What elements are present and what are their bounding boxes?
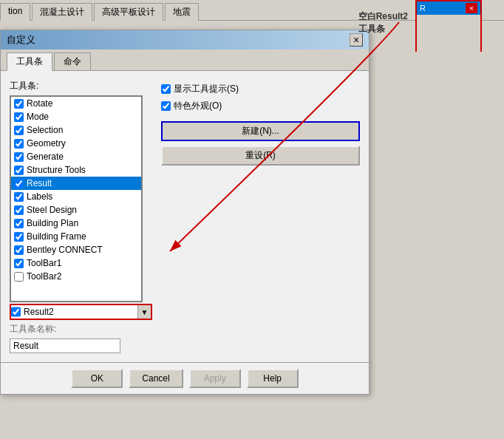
list-item-label: Labels [27, 191, 52, 202]
mini-window-title-text: R [420, 4, 426, 13]
list-item-label: Mode [27, 112, 49, 122]
dialog-title-text: 自定义 [7, 33, 35, 47]
combo-row: ▼ [10, 304, 152, 320]
list-item-checkbox[interactable] [14, 152, 24, 162]
list-item-label: ToolBar2 [27, 271, 61, 282]
list-item-label: Bentley CONNECT [27, 245, 103, 255]
list-item-label: ToolBar1 [27, 258, 61, 268]
tab-tion[interactable]: tion [0, 3, 30, 21]
list-item-label: Generate [27, 152, 64, 162]
toolbar-listbox[interactable]: RotateModeSelectionGeometryGenerateStruc… [10, 95, 143, 302]
show-tooltip-row: 显示工具提示(S) [161, 83, 360, 95]
list-item-label: Structure Tools [27, 165, 86, 175]
mini-window-body [417, 15, 480, 52]
cancel-button[interactable]: Cancel [129, 369, 183, 388]
help-button[interactable]: Help [247, 369, 299, 388]
tab-toolbar[interactable]: 工具条 [7, 52, 52, 71]
list-item-checkbox[interactable] [14, 112, 24, 122]
list-panel: 工具条: RotateModeSelectionGeometryGenerate… [10, 80, 152, 353]
dialog-close-button[interactable]: × [350, 33, 363, 47]
list-item[interactable]: ToolBar1 [11, 256, 141, 270]
list-item[interactable]: Result [11, 177, 141, 190]
list-item-checkbox[interactable] [14, 205, 24, 215]
list-item-checkbox[interactable] [14, 245, 24, 255]
show-tooltip-label: 显示工具提示(S) [174, 83, 239, 95]
mini-window-titlebar: R × [417, 1, 480, 15]
list-item[interactable]: Building Frame [11, 230, 141, 243]
list-item-label: Result [27, 178, 52, 188]
dialog-titlebar: 自定义 × [1, 30, 369, 50]
special-appearance-checkbox[interactable] [161, 101, 171, 111]
list-item[interactable]: ToolBar2 [11, 270, 141, 283]
list-item-label: Selection [27, 125, 63, 135]
ok-button[interactable]: OK [71, 369, 123, 388]
list-item-checkbox[interactable] [14, 259, 24, 268]
tab-concrete[interactable]: 混凝土设计 [32, 3, 92, 21]
combo-input[interactable] [21, 305, 137, 319]
list-item-checkbox[interactable] [14, 166, 24, 175]
new-button[interactable]: 新建(N)... [161, 121, 360, 141]
show-tooltip-checkbox[interactable] [161, 84, 171, 94]
result2-checkbox[interactable] [11, 305, 21, 319]
list-item-checkbox[interactable] [14, 219, 24, 228]
list-item[interactable]: Bentley CONNECT [11, 243, 141, 256]
list-item-checkbox[interactable] [14, 272, 24, 282]
dialog-tab-bar: 工具条 命令 [1, 50, 369, 71]
list-item-label: Geometry [27, 138, 66, 149]
combo-dropdown-arrow[interactable]: ▼ [137, 305, 151, 319]
tab-slab[interactable]: 高级平板设计 [94, 3, 163, 21]
special-appearance-label: 特色外观(O) [174, 100, 222, 112]
list-item-checkbox[interactable] [14, 139, 24, 149]
tab-command[interactable]: 命令 [54, 52, 91, 70]
list-item[interactable]: Rotate [11, 97, 141, 110]
dialog-footer: OK Cancel Apply Help [1, 362, 369, 394]
name-section: 工具条名称: [10, 323, 152, 353]
name-label: 工具条名称: [10, 323, 152, 336]
special-appearance-row: 特色外观(O) [161, 100, 360, 112]
list-item-checkbox[interactable] [14, 192, 24, 202]
list-item[interactable]: Geometry [11, 137, 141, 150]
list-item[interactable]: Labels [11, 190, 141, 203]
reset-button[interactable]: 重设(R) [161, 146, 360, 166]
dialog-content: 工具条: RotateModeSelectionGeometryGenerate… [1, 71, 369, 362]
list-item-label: Building Plan [27, 218, 78, 228]
list-item[interactable]: Mode [11, 110, 141, 123]
apply-button[interactable]: Apply [189, 369, 241, 388]
list-item-checkbox[interactable] [14, 232, 24, 242]
list-item-checkbox[interactable] [14, 179, 24, 188]
list-item[interactable]: Steel Design [11, 203, 141, 217]
right-panel: 显示工具提示(S) 特色外观(O) 新建(N)... 重设(R) [161, 80, 360, 353]
list-item-label: Rotate [27, 98, 52, 109]
list-item[interactable]: Generate [11, 150, 141, 163]
name-input[interactable] [10, 338, 120, 353]
list-item[interactable]: Building Plan [11, 217, 141, 230]
tab-earthquake[interactable]: 地震 [165, 3, 199, 21]
list-item-label: Steel Design [27, 205, 77, 215]
list-item[interactable]: Structure Tools [11, 163, 141, 177]
list-item-label: Building Frame [27, 231, 86, 242]
mini-window: R × [415, 0, 482, 52]
list-label: 工具条: [10, 80, 152, 92]
annotation-label: 空白Result2工具条 [358, 10, 408, 35]
mini-window-close-button[interactable]: × [466, 3, 477, 13]
customize-dialog: 自定义 × 工具条 命令 工具条: RotateModeSelectionGeo… [0, 30, 370, 395]
list-item-checkbox[interactable] [14, 99, 24, 109]
list-item[interactable]: Selection [11, 123, 141, 137]
list-item-checkbox[interactable] [14, 126, 24, 135]
